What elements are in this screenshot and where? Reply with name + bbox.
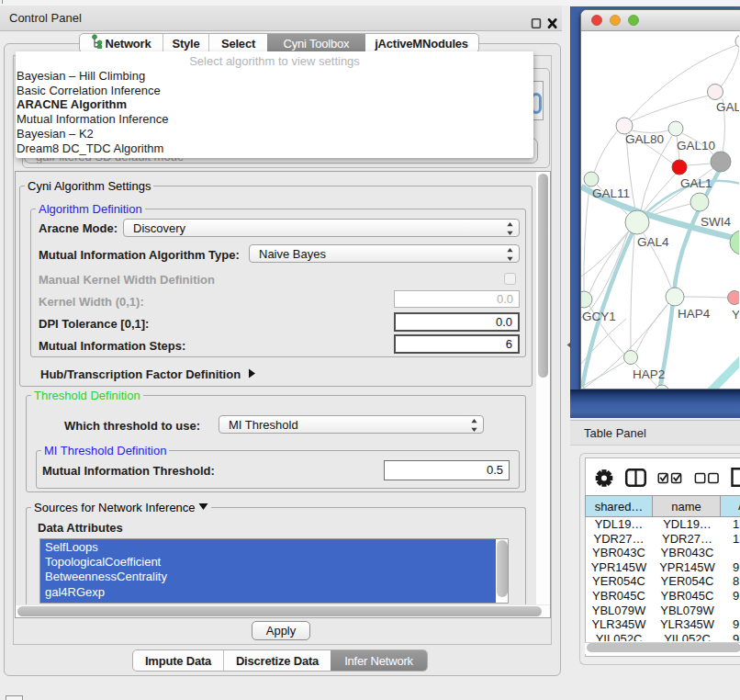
svg-text:GAL80: GAL80 [625, 132, 664, 146]
svg-text:GAL4: GAL4 [637, 235, 669, 249]
svg-text:GAL1: GAL1 [680, 176, 712, 190]
svg-text:HAP2: HAP2 [633, 367, 665, 381]
svg-text:GAL10: GAL10 [677, 139, 715, 152]
svg-text:YJ: YJ [732, 308, 739, 322]
svg-text:SWI4: SWI4 [701, 215, 731, 229]
svg-text:GAL7: GAL7 [716, 100, 739, 114]
svg-text:GCY1: GCY1 [582, 310, 616, 323]
svg-text:GAL11: GAL11 [592, 186, 630, 200]
svg-text:HAP4: HAP4 [678, 307, 711, 321]
